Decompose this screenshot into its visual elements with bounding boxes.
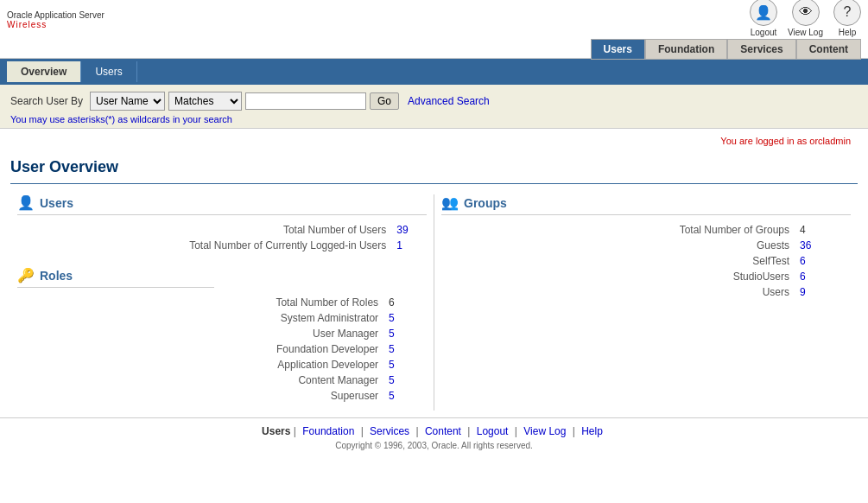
search-field-select[interactable]: User Name Email Full Name [90, 92, 165, 111]
go-button[interactable]: Go [370, 92, 399, 110]
roles-total-label: Total Number of Roles [17, 295, 385, 310]
footer-sep-6: | [573, 425, 578, 437]
tab-services[interactable]: Services [727, 39, 795, 60]
guests-link[interactable]: 36 [800, 239, 811, 252]
groups-stats-table: Total Number of Groups 4 Guests 36 SelfT… [441, 222, 851, 300]
usermgr-link[interactable]: 5 [389, 328, 395, 340]
users-total-link[interactable]: 39 [396, 224, 408, 236]
users-title: Users [40, 196, 73, 210]
subtab-overview[interactable]: Overview [7, 61, 81, 82]
footer-logout-link[interactable]: Logout [477, 425, 509, 437]
selftest-label: SelfTest [441, 253, 796, 269]
users-group-label: Users [441, 284, 796, 300]
selftest-value: 6 [796, 253, 851, 269]
page-title: User Overview [10, 153, 858, 184]
content: You are logged in as orcladmin User Over… [0, 129, 868, 417]
studiousers-label: StudioUsers [441, 269, 796, 284]
table-row: Total Number of Roles 6 [17, 295, 427, 310]
footer-sep-3: | [415, 425, 421, 437]
search-bar: Search User By User Name Email Full Name… [0, 85, 868, 129]
footer-users-bold: Users [262, 425, 290, 437]
founddev-link[interactable]: 5 [389, 343, 395, 355]
table-row: Total Number of Currently Logged-in User… [17, 238, 427, 253]
app-name-top: Oracle Application Server [7, 10, 105, 20]
footer-sep-5: | [515, 425, 520, 437]
users-loggedin-link[interactable]: 1 [396, 239, 402, 252]
table-row: System Administrator 5 [17, 310, 427, 326]
logged-in-message: You are logged in as orcladmin [10, 132, 858, 150]
viewlog-label: View Log [788, 28, 823, 37]
viewlog-link[interactable]: 👁 View Log [788, 0, 823, 37]
help-link[interactable]: ? Help [833, 0, 861, 37]
sysadmin-value: 5 [385, 310, 427, 326]
footer-sep-2: | [361, 425, 366, 437]
tab-users[interactable]: Users [591, 39, 645, 60]
table-row: StudioUsers 6 [441, 269, 851, 284]
tab-foundation[interactable]: Foundation [645, 39, 727, 60]
groups-total-value: 4 [796, 222, 851, 238]
nav-tabs: Users Foundation Services Content [591, 39, 861, 60]
table-row: Content Manager 5 [17, 372, 427, 388]
founddev-value: 5 [385, 341, 427, 357]
table-row: Superuser 5 [17, 388, 427, 404]
groups-title: Groups [464, 196, 507, 210]
users-total-label: Total Number of Users [17, 222, 393, 238]
appdev-value: 5 [385, 357, 427, 372]
contentmgr-link[interactable]: 5 [389, 374, 395, 386]
viewlog-icon: 👁 [792, 0, 820, 26]
users-loggedin-label: Total Number of Currently Logged-in User… [17, 238, 393, 253]
advanced-search-link[interactable]: Advanced Search [408, 95, 490, 107]
footer: Users | Foundation | Services | Content … [0, 417, 868, 454]
help-icon: ? [833, 0, 861, 26]
sub-nav: Overview Users [0, 59, 868, 85]
search-input[interactable] [245, 92, 366, 110]
footer-links: Users | Foundation | Services | Content … [0, 425, 868, 437]
superuser-link[interactable]: 5 [389, 390, 395, 402]
table-row: Application Developer 5 [17, 357, 427, 372]
guests-label: Guests [441, 238, 796, 253]
subtab-users[interactable]: Users [81, 61, 136, 82]
search-label: Search User By [10, 95, 83, 107]
icon-row: 👤 Logout 👁 View Log ? Help [750, 0, 861, 37]
superuser-label: Superuser [17, 388, 385, 404]
table-row: Foundation Developer 5 [17, 341, 427, 357]
logo-area: Oracle Application Server Wireless [7, 10, 105, 48]
copyright: Copyright © 1996, 2003, Oracle. All righ… [0, 441, 868, 450]
users-icon: 👤 [17, 194, 35, 211]
sysadmin-link[interactable]: 5 [389, 312, 395, 324]
studiousers-link[interactable]: 6 [800, 271, 806, 283]
logout-icon: 👤 [750, 0, 777, 26]
contentmgr-value: 5 [385, 372, 427, 388]
roles-panel-title: 🔑 Roles [17, 267, 214, 288]
roles-stats-table: Total Number of Roles 6 System Administr… [17, 295, 427, 404]
groups-total-label: Total Number of Groups [441, 222, 796, 238]
sysadmin-label: System Administrator [17, 310, 385, 326]
app-name-wireless: Wireless [7, 20, 105, 48]
users-total-value: 39 [393, 222, 427, 238]
users-group-link[interactable]: 9 [800, 286, 806, 298]
tab-content[interactable]: Content [796, 39, 861, 60]
users-panel-title: 👤 Users [17, 194, 427, 215]
table-row: Guests 36 [441, 238, 851, 253]
logout-link[interactable]: 👤 Logout [750, 0, 777, 37]
roles-section: 🔑 Roles Total Number of Roles 6 System A… [17, 267, 427, 404]
overview-panels: 👤 Users Total Number of Users 39 Total N… [10, 194, 858, 411]
logout-label: Logout [751, 28, 777, 37]
selftest-link[interactable]: 6 [800, 255, 806, 267]
top-right: 👤 Logout 👁 View Log ? Help Users Foundat… [591, 0, 861, 60]
appdev-link[interactable]: 5 [389, 359, 395, 371]
groups-panel-title: 👥 Groups [441, 194, 851, 215]
footer-foundation-link[interactable]: Foundation [302, 425, 354, 437]
roles-icon: 🔑 [17, 267, 35, 283]
search-match-select[interactable]: Matches Starts With Contains [168, 92, 242, 111]
footer-help-link[interactable]: Help [581, 425, 603, 437]
footer-sep-4: | [467, 425, 472, 437]
table-row: SelfTest 6 [441, 253, 851, 269]
search-row: Search User By User Name Email Full Name… [10, 92, 858, 111]
table-row: Total Number of Users 39 [17, 222, 427, 238]
founddev-label: Foundation Developer [17, 341, 385, 357]
footer-services-link[interactable]: Services [370, 425, 409, 437]
footer-viewlog-link[interactable]: View Log [523, 425, 566, 437]
footer-content-link[interactable]: Content [425, 425, 461, 437]
roles-title: Roles [40, 269, 73, 283]
